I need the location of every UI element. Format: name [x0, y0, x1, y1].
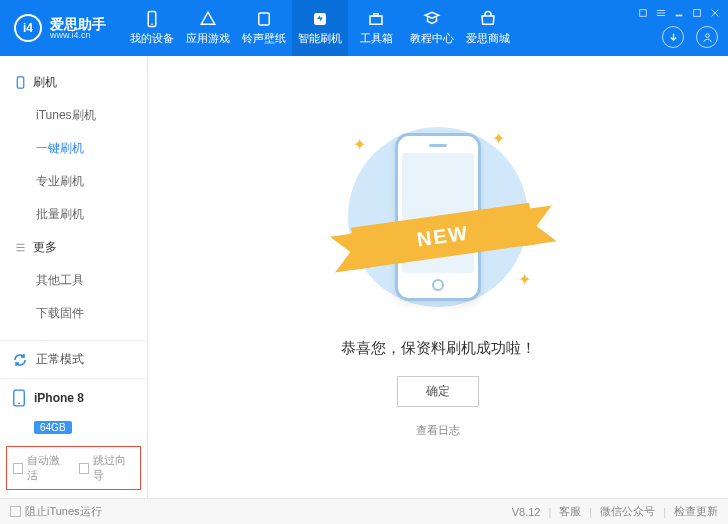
tab-label: 我的设备 [130, 31, 174, 46]
sidebar-item-itunes-flash[interactable]: iTunes刷机 [0, 99, 147, 132]
tab-toolbox[interactable]: 工具箱 [348, 0, 404, 56]
window-controls [638, 4, 720, 22]
device-name: iPhone 8 [34, 391, 84, 405]
wechat-link[interactable]: 微信公众号 [600, 504, 655, 519]
status-bar: 阻止iTunes运行 V8.12 | 客服 | 微信公众号 | 检查更新 [0, 498, 728, 524]
header-action-icons [662, 26, 718, 48]
success-illustration: ✦ ✦ ✦ NEW [323, 117, 553, 317]
svg-rect-5 [374, 14, 379, 16]
tab-label: 爱思商城 [466, 31, 510, 46]
app-window: i4 爱思助手 www.i4.cn 我的设备 应用游戏 铃声壁纸 智能刷机 工具… [0, 0, 728, 524]
minimize-icon[interactable] [674, 4, 684, 22]
success-message: 恭喜您，保资料刷机成功啦！ [341, 339, 536, 358]
logo-title: 爱思助手 [50, 17, 106, 31]
tab-label: 教程中心 [410, 31, 454, 46]
sidebar-group-flash: 刷机 [0, 66, 147, 99]
sidebar-bottom: 正常模式 iPhone 8 64GB 自动激活 跳过向导 [0, 340, 147, 498]
sidebar-group-title: 刷机 [33, 74, 57, 91]
tab-flash[interactable]: 智能刷机 [292, 0, 348, 56]
logo-subtitle: www.i4.cn [50, 31, 106, 40]
device-icon [12, 389, 26, 407]
tab-apps[interactable]: 应用游戏 [180, 0, 236, 56]
confirm-button[interactable]: 确定 [397, 376, 479, 407]
svg-point-10 [18, 402, 20, 404]
sidebar-item-other-tools[interactable]: 其他工具 [0, 264, 147, 297]
tab-tutorials[interactable]: 教程中心 [404, 0, 460, 56]
checkbox-label: 自动激活 [27, 453, 68, 483]
sidebar-item-pro-flash[interactable]: 专业刷机 [0, 165, 147, 198]
refresh-icon [12, 352, 28, 368]
sidebar-item-download-fw[interactable]: 下载固件 [0, 297, 147, 330]
logo: i4 爱思助手 www.i4.cn [0, 14, 120, 42]
version-label: V8.12 [512, 506, 541, 518]
sidebar-group-title: 更多 [33, 239, 57, 256]
tab-label: 工具箱 [360, 31, 393, 46]
check-update-link[interactable]: 检查更新 [674, 504, 718, 519]
storage-badge: 64GB [34, 421, 72, 434]
svg-point-7 [705, 33, 709, 37]
skin-icon[interactable] [638, 4, 648, 22]
view-log-link[interactable]: 查看日志 [416, 423, 460, 438]
device-mode-row[interactable]: 正常模式 [0, 341, 147, 379]
checkbox-block-itunes[interactable]: 阻止iTunes运行 [10, 504, 102, 519]
sidebar-item-advanced[interactable]: 高级功能 [0, 330, 147, 340]
logo-icon: i4 [14, 14, 42, 42]
checkbox-label: 阻止iTunes运行 [25, 504, 102, 519]
tab-my-device[interactable]: 我的设备 [124, 0, 180, 56]
options-highlight-box: 自动激活 跳过向导 [6, 446, 141, 490]
device-row[interactable]: iPhone 8 [0, 379, 147, 417]
sparkle-icon: ✦ [492, 129, 505, 148]
tab-label: 应用游戏 [186, 31, 230, 46]
checkbox-label: 跳过向导 [93, 453, 134, 483]
main-content: ✦ ✦ ✦ NEW 恭喜您，保资料刷机成功啦！ 确定 查看日志 [148, 56, 728, 498]
download-icon[interactable] [662, 26, 684, 48]
svg-rect-4 [370, 16, 382, 24]
user-icon[interactable] [696, 26, 718, 48]
menu-icon[interactable] [656, 4, 666, 22]
svg-rect-6 [694, 10, 701, 17]
checkbox-skip-wizard[interactable]: 跳过向导 [79, 453, 135, 483]
phone-icon [14, 76, 27, 89]
sidebar: 刷机 iTunes刷机 一键刷机 专业刷机 批量刷机 更多 其他工具 下载固件 … [0, 56, 148, 498]
svg-rect-2 [259, 13, 270, 25]
tab-label: 铃声壁纸 [242, 31, 286, 46]
sidebar-item-batch-flash[interactable]: 批量刷机 [0, 198, 147, 231]
checkbox-auto-activate[interactable]: 自动激活 [13, 453, 69, 483]
tab-ringtones[interactable]: 铃声壁纸 [236, 0, 292, 56]
sparkle-icon: ✦ [353, 135, 366, 154]
body: 刷机 iTunes刷机 一键刷机 专业刷机 批量刷机 更多 其他工具 下载固件 … [0, 56, 728, 498]
sidebar-group-more: 更多 [0, 231, 147, 264]
header-bar: i4 爱思助手 www.i4.cn 我的设备 应用游戏 铃声壁纸 智能刷机 工具… [0, 0, 728, 56]
tab-store[interactable]: 爱思商城 [460, 0, 516, 56]
list-icon [14, 241, 27, 254]
sparkle-icon: ✦ [518, 270, 531, 289]
mode-label: 正常模式 [36, 351, 84, 368]
tab-label: 智能刷机 [298, 31, 342, 46]
close-icon[interactable] [710, 4, 720, 22]
support-link[interactable]: 客服 [559, 504, 581, 519]
sidebar-item-oneclick-flash[interactable]: 一键刷机 [0, 132, 147, 165]
top-tabs: 我的设备 应用游戏 铃声壁纸 智能刷机 工具箱 教程中心 爱思商城 [124, 0, 516, 56]
maximize-icon[interactable] [692, 4, 702, 22]
svg-point-1 [151, 24, 153, 26]
svg-rect-8 [17, 77, 24, 88]
